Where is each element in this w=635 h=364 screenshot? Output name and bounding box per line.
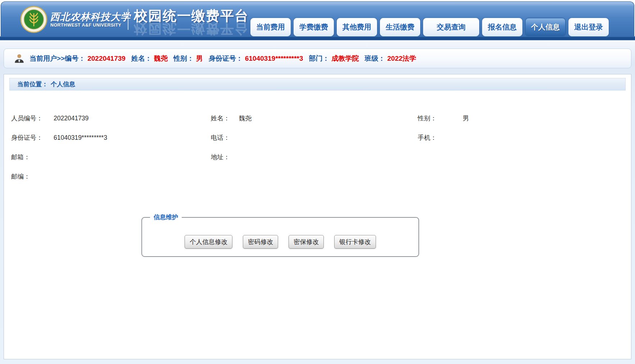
maintenance-button-row: 个人信息修改密码修改密保修改银行卡修改 (142, 235, 418, 249)
platform-title-reflection: 校园统一缴费平台 (134, 22, 249, 36)
change-password-button[interactable]: 密码修改 (243, 235, 278, 249)
tab-current-fees[interactable]: 当前费用 (250, 18, 291, 36)
email-label: 邮箱： (11, 153, 54, 161)
tab-other-fees[interactable]: 其他费用 (337, 18, 377, 36)
address-label: 地址： (211, 153, 239, 161)
info-maintenance-fieldset: 信息维护 个人信息修改密码修改密保修改银行卡修改 (141, 213, 419, 257)
mobile-label: 手机： (418, 133, 463, 142)
info-maintenance-legend: 信息维护 (150, 213, 182, 221)
id-card-label: 身份证号： (11, 133, 54, 142)
person-id-value: 2022041739 (54, 115, 211, 122)
profile-row: 邮编： (4, 167, 631, 186)
user-dept-label: 部门： (309, 55, 330, 62)
user-id-card-label: 身份证号： (209, 55, 243, 62)
tab-personal-info[interactable]: 个人信息 (525, 18, 566, 36)
id-card-value: 61040319*********3 (54, 134, 211, 142)
tab-living-payment[interactable]: 生活缴费 (380, 18, 420, 36)
university-logo-icon (20, 6, 47, 33)
tab-tuition-payment[interactable]: 学费缴费 (294, 18, 334, 36)
breadcrumb-current-page: 个人信息 (51, 80, 75, 88)
tab-registration-info[interactable]: 报名信息 (482, 18, 522, 36)
content-panel: 当前位置： 个人信息 人员编号：2022041739姓名：魏尧性别：男身份证号：… (4, 74, 631, 359)
app-header: 西北农林科技大学 NORTHWEST A&F UNIVERSITY 校园统一缴费… (1, 1, 634, 36)
breadcrumb: 当前位置： 个人信息 (9, 78, 626, 91)
profile-row: 人员编号：2022041739姓名：魏尧性别：男 (4, 109, 631, 128)
user-name-label: 姓名： (131, 55, 152, 62)
breadcrumb-label: 当前位置： (17, 80, 48, 88)
tab-transaction-query[interactable]: 交易查询 (423, 18, 479, 36)
university-name-en: NORTHWEST A&F UNIVERSITY (50, 23, 121, 28)
user-gender-value: 男 (196, 55, 203, 62)
user-id-label: 编号： (65, 55, 85, 62)
user-id-card-field: 身份证号：61040319*********3 (209, 54, 303, 63)
person-id-label: 人员编号： (11, 114, 54, 123)
gender-label: 性别： (418, 114, 463, 123)
profile-info-grid: 人员编号：2022041739姓名：魏尧性别：男身份证号：61040319***… (4, 109, 631, 186)
user-id-field: 编号：2022041739 (65, 54, 126, 63)
profile-row: 邮箱：地址： (4, 147, 631, 167)
brand-divider (128, 9, 128, 30)
edit-personal-info-button[interactable]: 个人信息修改 (185, 235, 232, 249)
tab-logout[interactable]: 退出登录 (568, 18, 609, 36)
user-class-value: 2022法学 (387, 55, 416, 62)
user-name-field: 姓名：魏尧 (131, 54, 168, 63)
current-user-fields: 编号：2022041739姓名：魏尧性别：男身份证号：61040319*****… (65, 54, 416, 63)
change-security-question-button[interactable]: 密保修改 (289, 235, 324, 249)
user-gender-label: 性别： (173, 55, 194, 62)
name-label: 姓名： (211, 114, 239, 123)
user-id-card-value: 61040319*********3 (245, 55, 303, 62)
user-dept-value: 成教学院 (332, 55, 359, 62)
current-user-prefix: 当前用户>> (30, 54, 65, 63)
university-name-cn: 西北农林科技大学 (50, 10, 131, 23)
main-nav-tabs: 当前费用学费缴费其他费用生活缴费交易查询报名信息个人信息退出登录 (250, 18, 609, 36)
postcode-label: 邮编： (11, 172, 54, 181)
user-id-value: 2022041739 (87, 55, 126, 62)
user-gender-field: 性别：男 (173, 54, 203, 63)
name-value: 魏尧 (239, 114, 418, 123)
current-user-bar: 当前用户>> 编号：2022041739姓名：魏尧性别：男身份证号：610403… (4, 49, 631, 68)
user-class-label: 班级： (365, 55, 385, 62)
user-avatar-icon (14, 53, 25, 64)
header-bottom-strip (0, 36, 635, 40)
user-dept-field: 部门：成教学院 (309, 54, 359, 63)
profile-row: 身份证号：61040319*********3电话：手机： (4, 128, 631, 147)
gender-value: 男 (463, 114, 631, 123)
edit-bank-card-button[interactable]: 银行卡修改 (334, 235, 376, 249)
user-class-field: 班级：2022法学 (365, 54, 416, 63)
user-name-value: 魏尧 (154, 55, 168, 62)
telephone-label: 电话： (211, 133, 239, 142)
